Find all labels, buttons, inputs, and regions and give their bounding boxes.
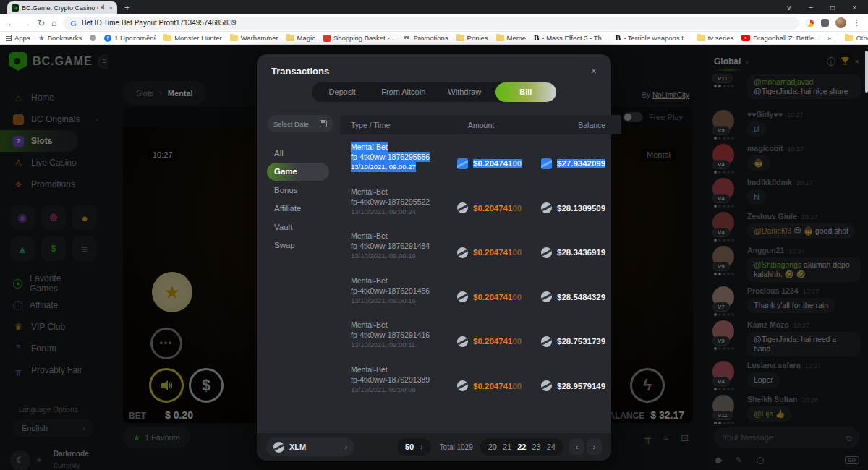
txn-id: fp-4tk0ww-1876291416 bbox=[351, 330, 430, 340]
txn-amount-zeros: 00 bbox=[512, 293, 522, 302]
txn-amount-zeros: 00 bbox=[512, 337, 522, 346]
bookmark-icon: ★ bbox=[38, 35, 45, 41]
bcgame-favicon: b bbox=[12, 4, 19, 12]
folder-icon bbox=[845, 35, 853, 41]
col-amount: Amount bbox=[468, 121, 552, 129]
reload-icon[interactable]: ↻ bbox=[38, 19, 45, 27]
table-row[interactable]: Mental-Bet fp-4tk0ww-1876295522 13/10/20… bbox=[340, 179, 621, 224]
extension-icon[interactable] bbox=[806, 19, 814, 27]
currency-select[interactable]: XLM › bbox=[266, 437, 354, 456]
modal-menu-item[interactable]: All bbox=[267, 144, 329, 163]
bookmark-item[interactable]: tv series bbox=[697, 34, 733, 42]
other-bookmarks[interactable]: Other bookmarks bbox=[845, 34, 868, 42]
page-number[interactable]: 22 bbox=[517, 443, 526, 451]
bookmark-icon bbox=[456, 35, 464, 41]
bookmark-item[interactable]: B - Terrible weapons t... bbox=[616, 34, 689, 42]
col-balance: Balance bbox=[552, 121, 605, 129]
table-row[interactable]: Mental-Bet fp-4tk0ww-1876291416 13/10/20… bbox=[340, 312, 621, 357]
txn-type: Mental-Bet bbox=[351, 187, 388, 197]
page-number[interactable]: 24 bbox=[547, 443, 556, 451]
forward-icon[interactable]: → bbox=[22, 19, 31, 27]
bookmark-item[interactable]: Ponies bbox=[456, 34, 488, 42]
page-size-select[interactable]: 50 › bbox=[397, 438, 431, 456]
bookmark-icon bbox=[163, 35, 171, 41]
page-number[interactable]: 23 bbox=[532, 443, 541, 451]
total-count: Total 1029 bbox=[440, 443, 473, 451]
browser-tab[interactable]: b BC.Game: Crypto Casino Gam × bbox=[7, 1, 117, 14]
select-date-button[interactable]: Select Date bbox=[267, 115, 333, 132]
table-row[interactable]: Mental-Bet fp-4tk0ww-1876295556 13/10/20… bbox=[340, 134, 621, 179]
extensions-puzzle-icon[interactable] bbox=[821, 19, 829, 27]
bookmark-item[interactable]: Shopping Basket -... bbox=[323, 34, 396, 42]
bookmark-item[interactable]: ★ Bookmarks bbox=[38, 34, 82, 42]
txn-balance: $27.9342099 bbox=[557, 159, 605, 168]
bookmark-icon bbox=[403, 35, 410, 40]
modal-tab[interactable]: Deposit bbox=[312, 82, 373, 102]
home-icon[interactable]: ⌂ bbox=[51, 19, 56, 27]
browser-menu-icon[interactable]: ⋮ bbox=[853, 18, 861, 27]
page-number[interactable]: 20 bbox=[488, 443, 497, 451]
window-menu-icon[interactable]: ∨ bbox=[786, 4, 791, 12]
bookmark-item[interactable]: Promotions bbox=[403, 34, 448, 42]
table-row[interactable]: Mental-Bet fp-4tk0ww-1876291355 13/10/20… bbox=[340, 401, 621, 411]
window-maximize-icon[interactable]: □ bbox=[830, 4, 835, 12]
bookmark-item[interactable]: B - Mass Effect 3 - Th... bbox=[534, 34, 608, 42]
table-row[interactable]: Mental-Bet fp-4tk0ww-1876291389 13/10/20… bbox=[340, 357, 621, 402]
modal-tab[interactable]: Withdraw bbox=[434, 82, 495, 102]
table-row[interactable]: Mental-Bet fp-4tk0ww-1876291456 13/10/20… bbox=[340, 268, 621, 313]
xlm-coin-icon bbox=[457, 247, 468, 258]
address-bar[interactable]: G Bet ID Time Bet Payout Profit171349574… bbox=[63, 17, 799, 30]
bookmark-item[interactable]: Warhammer bbox=[230, 34, 278, 42]
bookmark-icon bbox=[697, 35, 705, 41]
txn-balance: $28.1389509 bbox=[557, 204, 605, 213]
window-close-icon[interactable]: × bbox=[852, 4, 856, 12]
tab-close-icon[interactable]: × bbox=[109, 4, 113, 12]
txn-amount-zeros: 00 bbox=[512, 248, 522, 257]
col-type-time: Type / Time bbox=[351, 121, 468, 129]
bookmark-item[interactable]: Apps bbox=[6, 34, 30, 42]
modal-tab[interactable]: Bill bbox=[495, 82, 557, 102]
bookmark-item[interactable]: Monster Hunter bbox=[163, 34, 221, 42]
new-tab-button[interactable]: + bbox=[124, 2, 130, 13]
bookmarks-overflow-icon[interactable]: » bbox=[827, 34, 831, 42]
bookmark-item[interactable]: Magic bbox=[286, 34, 315, 42]
bookmark-item[interactable]: ▸ Dragonball Z: Battle... bbox=[741, 34, 820, 42]
modal-menu-item[interactable]: Game bbox=[267, 163, 329, 181]
prev-page-button[interactable]: ‹ bbox=[569, 439, 584, 455]
xlm-coin-icon bbox=[457, 202, 468, 213]
page-number[interactable]: 21 bbox=[503, 443, 511, 451]
bookmark-icon bbox=[496, 35, 504, 41]
xlm-coin-icon bbox=[541, 291, 552, 302]
modal-menu-item[interactable]: Swap bbox=[267, 236, 329, 255]
modal-footer: XLM › 50 › Total 1029 2021222324 ‹ › bbox=[257, 433, 611, 461]
txn-balance: $28.9579149 bbox=[557, 382, 605, 390]
currency-code: XLM bbox=[289, 443, 306, 451]
modal-close-icon[interactable]: × bbox=[591, 66, 597, 77]
tab-mute-icon[interactable] bbox=[101, 4, 106, 12]
modal-tabs: DepositFrom AltcoinWithdrawBill bbox=[312, 82, 556, 102]
txn-date: 13/10/2021, 09:00:24 bbox=[351, 207, 416, 217]
modal-menu-item[interactable]: Bonus bbox=[267, 181, 329, 200]
next-page-button[interactable]: › bbox=[587, 439, 602, 455]
xlm-coin-icon bbox=[457, 291, 468, 302]
bookmarks-bar: Apps ★ Bookmarks f 1 Upozornění Monster … bbox=[0, 32, 868, 45]
xlm-coin-icon bbox=[541, 158, 552, 169]
browser-chrome: b BC.Game: Crypto Casino Gam × + ∨ − □ ×… bbox=[0, 0, 868, 45]
txn-balance: $28.3436919 bbox=[557, 248, 605, 257]
bookmark-item[interactable]: Meme bbox=[496, 34, 526, 42]
table-row[interactable]: Mental-Bet fp-4tk0ww-1876291484 13/10/20… bbox=[340, 223, 621, 268]
window-minimize-icon[interactable]: − bbox=[809, 4, 813, 12]
modal-menu-item[interactable]: Vault bbox=[267, 218, 329, 236]
bookmark-item[interactable] bbox=[90, 35, 96, 41]
window-controls: ∨ − □ × bbox=[786, 0, 868, 14]
back-icon[interactable]: ← bbox=[7, 19, 16, 27]
modal-menu-item[interactable]: Affiliate bbox=[267, 200, 329, 218]
browser-toolbar: ← → ↻ ⌂ G Bet ID Time Bet Payout Profit1… bbox=[0, 14, 868, 32]
profile-avatar[interactable] bbox=[835, 17, 846, 28]
modal-tab[interactable]: From Altcoin bbox=[373, 82, 435, 102]
txn-amount-zeros: 00 bbox=[512, 382, 522, 390]
site-body: BC.GAME ≡ ⌂ Home › ∷ BC Originals › 7 Sl… bbox=[0, 45, 868, 470]
page-scrollbar[interactable] bbox=[865, 51, 868, 93]
bookmark-item[interactable]: f 1 Upozornění bbox=[104, 34, 156, 42]
txn-amount-zeros: 00 bbox=[512, 159, 522, 168]
